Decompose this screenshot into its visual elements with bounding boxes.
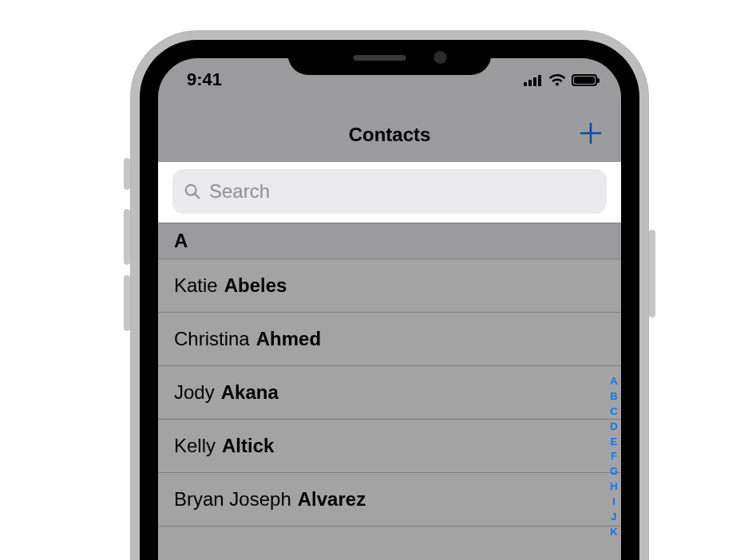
search-input[interactable] (209, 180, 596, 203)
index-letter[interactable]: E (611, 436, 618, 449)
speaker-grille (353, 55, 406, 61)
phone-bezel: 9:41 Contacts (140, 40, 639, 560)
volume-up-button (124, 209, 130, 265)
cellular-signal-icon (524, 73, 543, 86)
search-icon (184, 183, 201, 200)
nav-bar: Contacts (158, 109, 621, 160)
index-letter[interactable]: D (610, 420, 617, 434)
contact-last: Akana (221, 381, 279, 404)
svg-line-1 (195, 194, 199, 198)
battery-icon (572, 74, 597, 86)
list-item[interactable]: Katie Abeles (158, 259, 621, 313)
contact-last: Abeles (224, 274, 287, 297)
index-letter[interactable]: I (612, 495, 615, 509)
phone-frame: 9:41 Contacts (130, 30, 649, 560)
index-letter[interactable]: J (611, 511, 616, 524)
index-letter[interactable]: B (610, 390, 617, 404)
index-letter[interactable]: H (610, 480, 617, 494)
list-item[interactable]: Christina Ahmed (158, 313, 621, 366)
contact-first: Kelly (174, 435, 216, 457)
contact-first: Bryan Joseph (174, 488, 291, 511)
contact-first: Katie (174, 274, 218, 297)
screen: 9:41 Contacts (158, 58, 621, 560)
add-contact-button[interactable] (576, 119, 605, 148)
wifi-icon (548, 73, 566, 86)
index-letter[interactable]: C (610, 405, 617, 419)
section-index[interactable]: A B C D E F G H I J K (610, 375, 618, 539)
contact-list[interactable]: A Katie Abeles Christina Ahmed Jody Akan… (158, 223, 621, 560)
front-camera (434, 51, 447, 64)
volume-down-button (124, 275, 130, 331)
index-letter[interactable]: G (610, 465, 618, 479)
section-header: A (158, 223, 621, 259)
ringer-switch (124, 158, 130, 190)
status-time: 9:41 (187, 69, 222, 90)
list-item[interactable]: Kelly Altick (158, 420, 621, 473)
notch (288, 40, 492, 75)
power-button (649, 230, 655, 317)
index-letter[interactable]: A (610, 375, 617, 388)
contact-last: Alvarez (298, 488, 366, 511)
contact-last: Altick (222, 435, 274, 457)
list-item[interactable]: . (158, 526, 621, 560)
plus-icon (579, 121, 603, 145)
list-item[interactable]: Jody Akana (158, 366, 621, 420)
list-item[interactable]: Bryan Joseph Alvarez (158, 473, 621, 526)
index-letter[interactable]: K (610, 526, 617, 539)
nav-title: Contacts (349, 124, 431, 146)
contact-last: Ahmed (256, 328, 321, 350)
contact-first: Jody (174, 381, 215, 404)
search-bar[interactable] (172, 169, 607, 214)
contact-first: Christina (174, 328, 250, 350)
index-letter[interactable]: F (611, 450, 617, 463)
